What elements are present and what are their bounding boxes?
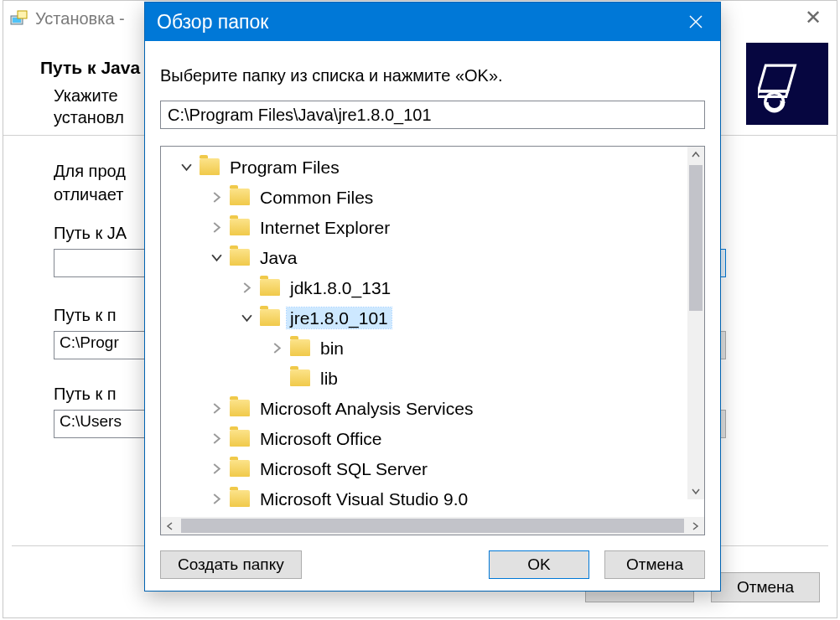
chevron-right-icon[interactable] [267, 338, 287, 358]
tree-node-label: Common Files [257, 187, 376, 208]
tree-node-ms-vs9[interactable]: Microsoft Visual Studio 9.0 [161, 483, 704, 514]
tree-node-ms-analysis[interactable]: Microsoft Analysis Services [161, 393, 704, 423]
dialog-prompt: Выберите папку из списка и нажмите «OK». [160, 66, 705, 85]
scrollbar-thumb[interactable] [689, 165, 703, 311]
installer-icon [10, 9, 29, 28]
body-text-2: отличает [54, 185, 123, 204]
chevron-right-icon[interactable] [206, 458, 226, 478]
tree-node-internet-explorer[interactable]: Internet Explorer [161, 212, 704, 242]
tree-node-label: bin [317, 338, 347, 359]
tree-node-ms-sql[interactable]: Microsoft SQL Server [161, 453, 704, 483]
tree-node-label: lib [317, 368, 341, 389]
page-subtext-1: Укажите [54, 86, 118, 106]
dialog-button-row: Создать папку OK Отмена [160, 550, 705, 579]
chevron-right-icon[interactable] [206, 428, 226, 448]
folder-icon [260, 279, 280, 296]
svg-rect-2 [18, 11, 27, 18]
installer-title: Установка - [35, 9, 125, 28]
horizontal-scrollbar[interactable] [161, 517, 704, 535]
tree-node-common-files[interactable]: Common Files [161, 182, 704, 212]
new-folder-label: Создать папку [178, 555, 284, 574]
tree-node-label: Microsoft SQL Server [257, 458, 431, 479]
chevron-right-icon[interactable] [206, 488, 226, 509]
scroll-up-icon[interactable] [687, 147, 704, 163]
chevron-down-icon[interactable] [206, 247, 226, 267]
vertical-scrollbar[interactable] [687, 147, 704, 499]
installer-close-button[interactable]: ✕ [790, 1, 837, 34]
tree-node-jre-selected[interactable]: jre1.8.0_101 [161, 302, 704, 333]
cancel-label: Отмена [626, 555, 683, 574]
chevron-right-icon[interactable] [206, 187, 226, 207]
tree-node-lib[interactable]: lib [161, 363, 704, 393]
tree-node-jdk[interactable]: jdk1.8.0_131 [161, 272, 704, 302]
folder-icon [230, 219, 250, 235]
page-title: Путь к Java [40, 58, 140, 78]
installer-cancel-button[interactable]: Отмена [711, 572, 820, 602]
tree-node-java[interactable]: Java [161, 242, 704, 272]
chevron-right-icon[interactable] [206, 398, 226, 418]
tree-node-label: Java [257, 247, 300, 268]
folder-tree: Program Files Common Files [160, 146, 705, 535]
label-java-path: Путь к JA [54, 224, 127, 243]
body-text-1: Для прод [54, 162, 126, 181]
cancel-label: Отмена [737, 578, 794, 597]
tree-node-label: jdk1.8.0_131 [287, 277, 394, 298]
folder-icon [290, 369, 310, 386]
folder-icon [200, 158, 220, 175]
tree-node-ms-office[interactable]: Microsoft Office [161, 423, 704, 453]
scroll-left-icon[interactable] [161, 517, 179, 535]
folder-icon [230, 249, 250, 266]
selected-path-input[interactable]: C:\Program Files\Java\jre1.8.0_101 [160, 101, 705, 129]
selected-path-value: C:\Program Files\Java\jre1.8.0_101 [168, 106, 432, 125]
scroll-down-icon[interactable] [687, 483, 704, 499]
tree-node-program-files[interactable]: Program Files [161, 152, 704, 182]
chevron-right-icon[interactable] [236, 277, 257, 297]
tree-node-label: Program Files [226, 157, 343, 178]
tree-node-label: Internet Explorer [257, 217, 393, 238]
browse-folder-dialog: Обзор папок Выберите папку из списка и н… [144, 2, 721, 592]
close-icon: ✕ [805, 6, 822, 29]
tree-node-label: Microsoft Analysis Services [257, 398, 476, 419]
ok-label: OK [527, 555, 550, 574]
folder-icon [230, 189, 250, 205]
tree-node-label: Microsoft Office [257, 428, 385, 449]
tree-node-label: Microsoft Visual Studio 9.0 [257, 488, 471, 509]
dialog-title: Обзор папок [157, 11, 268, 34]
folder-icon [230, 460, 250, 477]
new-folder-button[interactable]: Создать папку [160, 550, 302, 579]
label-path-3: Путь к п [54, 385, 117, 404]
chevron-down-icon[interactable] [176, 157, 196, 177]
chevron-down-icon[interactable] [236, 307, 257, 328]
ok-button[interactable]: OK [489, 550, 589, 579]
folder-icon [260, 309, 280, 326]
folder-icon [230, 490, 250, 507]
svg-rect-3 [759, 65, 796, 91]
scrollbar-thumb[interactable] [181, 519, 684, 533]
installer-logo [746, 43, 828, 125]
dialog-body: Выберите папку из списка и нажмите «OK».… [145, 41, 720, 591]
dialog-titlebar[interactable]: Обзор папок [145, 3, 720, 41]
folder-icon [290, 339, 310, 356]
scroll-right-icon[interactable] [686, 517, 704, 535]
folder-icon [230, 430, 250, 447]
label-path-2: Путь к п [54, 306, 117, 325]
chevron-right-icon[interactable] [206, 217, 226, 237]
folder-icon [230, 400, 250, 416]
dialog-close-button[interactable] [671, 3, 720, 41]
page-subtext-2: установл [54, 108, 124, 127]
tree-node-bin[interactable]: bin [161, 333, 704, 363]
cancel-button[interactable]: Отмена [604, 550, 705, 579]
close-icon [689, 15, 703, 28]
tree-node-label: jre1.8.0_101 [287, 307, 391, 328]
